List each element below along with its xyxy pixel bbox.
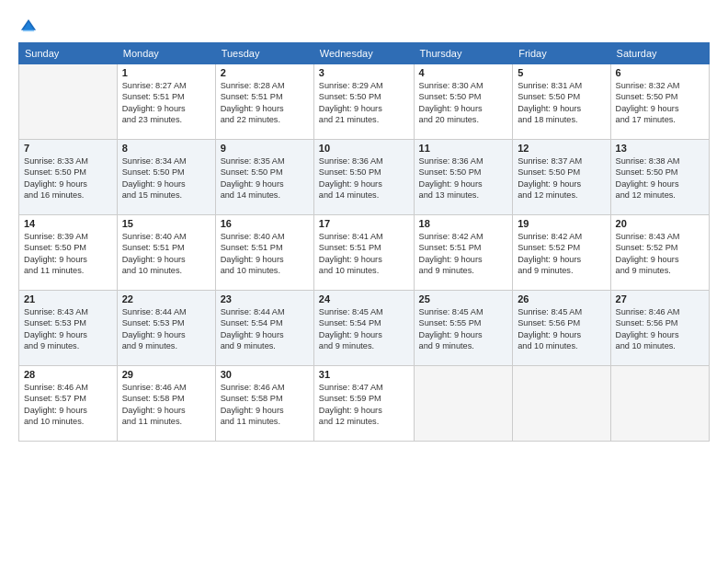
calendar-cell: 23Sunrise: 8:44 AMSunset: 5:54 PMDayligh… (215, 291, 313, 366)
calendar-cell: 5Sunrise: 8:31 AMSunset: 5:50 PMDaylight… (513, 64, 610, 140)
day-number: 27 (616, 293, 704, 304)
day-number: 12 (518, 143, 605, 154)
calendar-cell (610, 366, 709, 442)
calendar-cell: 14Sunrise: 8:39 AMSunset: 5:50 PMDayligh… (19, 215, 118, 291)
day-detail: Sunrise: 8:45 AMSunset: 5:56 PMDaylight:… (518, 306, 605, 352)
day-detail: Sunrise: 8:44 AMSunset: 5:53 PMDaylight:… (122, 306, 210, 352)
header (18, 17, 710, 37)
calendar-cell: 20Sunrise: 8:43 AMSunset: 5:52 PMDayligh… (610, 215, 709, 291)
calendar-cell (19, 64, 118, 140)
day-detail: Sunrise: 8:36 AMSunset: 5:50 PMDaylight:… (319, 155, 409, 201)
day-detail: Sunrise: 8:28 AMSunset: 5:51 PMDaylight:… (221, 80, 309, 126)
day-detail: Sunrise: 8:46 AMSunset: 5:56 PMDaylight:… (616, 306, 704, 352)
calendar-week-row: 28Sunrise: 8:46 AMSunset: 5:57 PMDayligh… (19, 366, 710, 442)
day-number: 20 (616, 218, 704, 229)
day-detail: Sunrise: 8:36 AMSunset: 5:50 PMDaylight:… (419, 155, 508, 201)
day-detail: Sunrise: 8:45 AMSunset: 5:55 PMDaylight:… (419, 306, 508, 352)
calendar-cell: 9Sunrise: 8:35 AMSunset: 5:50 PMDaylight… (215, 140, 313, 215)
calendar-cell: 18Sunrise: 8:42 AMSunset: 5:51 PMDayligh… (414, 215, 513, 291)
day-number: 9 (221, 143, 309, 154)
day-number: 21 (24, 293, 112, 304)
day-number: 24 (319, 293, 409, 304)
calendar-cell: 21Sunrise: 8:43 AMSunset: 5:53 PMDayligh… (19, 291, 118, 366)
calendar-cell: 22Sunrise: 8:44 AMSunset: 5:53 PMDayligh… (117, 291, 215, 366)
day-number: 7 (24, 143, 112, 154)
calendar-week-row: 14Sunrise: 8:39 AMSunset: 5:50 PMDayligh… (19, 215, 710, 291)
day-detail: Sunrise: 8:37 AMSunset: 5:50 PMDaylight:… (518, 155, 605, 201)
day-number: 18 (419, 218, 508, 229)
logo-icon (18, 17, 39, 37)
calendar-cell: 17Sunrise: 8:41 AMSunset: 5:51 PMDayligh… (313, 215, 414, 291)
day-header-wednesday: Wednesday (313, 43, 414, 64)
calendar-cell: 8Sunrise: 8:34 AMSunset: 5:50 PMDaylight… (117, 140, 215, 215)
day-number: 28 (24, 369, 112, 380)
day-detail: Sunrise: 8:46 AMSunset: 5:58 PMDaylight:… (221, 382, 309, 428)
calendar-cell: 25Sunrise: 8:45 AMSunset: 5:55 PMDayligh… (414, 291, 513, 366)
day-number: 15 (122, 218, 210, 229)
calendar-cell (513, 366, 610, 442)
day-detail: Sunrise: 8:42 AMSunset: 5:51 PMDaylight:… (419, 231, 508, 277)
day-detail: Sunrise: 8:29 AMSunset: 5:50 PMDaylight:… (319, 80, 409, 126)
calendar-cell: 26Sunrise: 8:45 AMSunset: 5:56 PMDayligh… (513, 291, 610, 366)
logo (18, 17, 42, 37)
day-detail: Sunrise: 8:46 AMSunset: 5:58 PMDaylight:… (122, 382, 210, 428)
day-detail: Sunrise: 8:45 AMSunset: 5:54 PMDaylight:… (319, 306, 409, 352)
day-detail: Sunrise: 8:34 AMSunset: 5:50 PMDaylight:… (122, 155, 210, 201)
calendar-cell: 3Sunrise: 8:29 AMSunset: 5:50 PMDaylight… (313, 64, 414, 140)
calendar-cell: 16Sunrise: 8:40 AMSunset: 5:51 PMDayligh… (215, 215, 313, 291)
calendar-week-row: 1Sunrise: 8:27 AMSunset: 5:51 PMDaylight… (19, 64, 710, 140)
day-header-saturday: Saturday (610, 43, 709, 64)
day-number: 30 (221, 369, 309, 380)
day-detail: Sunrise: 8:40 AMSunset: 5:51 PMDaylight:… (221, 231, 309, 277)
day-number: 10 (319, 143, 409, 154)
calendar-cell: 2Sunrise: 8:28 AMSunset: 5:51 PMDaylight… (215, 64, 313, 140)
day-number: 16 (221, 218, 309, 229)
calendar-cell: 11Sunrise: 8:36 AMSunset: 5:50 PMDayligh… (414, 140, 513, 215)
calendar-cell (414, 366, 513, 442)
day-detail: Sunrise: 8:27 AMSunset: 5:51 PMDaylight:… (122, 80, 210, 126)
calendar-cell: 12Sunrise: 8:37 AMSunset: 5:50 PMDayligh… (513, 140, 610, 215)
day-number: 11 (419, 143, 508, 154)
day-number: 3 (319, 67, 409, 78)
calendar-week-row: 21Sunrise: 8:43 AMSunset: 5:53 PMDayligh… (19, 291, 710, 366)
calendar-cell: 1Sunrise: 8:27 AMSunset: 5:51 PMDaylight… (117, 64, 215, 140)
calendar-cell: 6Sunrise: 8:32 AMSunset: 5:50 PMDaylight… (610, 64, 709, 140)
day-number: 29 (122, 369, 210, 380)
calendar-cell: 13Sunrise: 8:38 AMSunset: 5:50 PMDayligh… (610, 140, 709, 215)
day-number: 31 (319, 369, 409, 380)
calendar-cell: 29Sunrise: 8:46 AMSunset: 5:58 PMDayligh… (117, 366, 215, 442)
day-number: 23 (221, 293, 309, 304)
day-detail: Sunrise: 8:31 AMSunset: 5:50 PMDaylight:… (518, 80, 605, 126)
day-header-tuesday: Tuesday (215, 43, 313, 64)
page: SundayMondayTuesdayWednesdayThursdayFrid… (0, 0, 728, 563)
day-detail: Sunrise: 8:47 AMSunset: 5:59 PMDaylight:… (319, 382, 409, 428)
day-detail: Sunrise: 8:44 AMSunset: 5:54 PMDaylight:… (221, 306, 309, 352)
day-number: 6 (616, 67, 704, 78)
day-number: 13 (616, 143, 704, 154)
calendar-cell: 27Sunrise: 8:46 AMSunset: 5:56 PMDayligh… (610, 291, 709, 366)
calendar-cell: 4Sunrise: 8:30 AMSunset: 5:50 PMDaylight… (414, 64, 513, 140)
calendar-cell: 7Sunrise: 8:33 AMSunset: 5:50 PMDaylight… (19, 140, 118, 215)
day-detail: Sunrise: 8:40 AMSunset: 5:51 PMDaylight:… (122, 231, 210, 277)
day-number: 19 (518, 218, 605, 229)
day-detail: Sunrise: 8:38 AMSunset: 5:50 PMDaylight:… (616, 155, 704, 201)
day-detail: Sunrise: 8:41 AMSunset: 5:51 PMDaylight:… (319, 231, 409, 277)
day-number: 17 (319, 218, 409, 229)
calendar-week-row: 7Sunrise: 8:33 AMSunset: 5:50 PMDaylight… (19, 140, 710, 215)
day-header-thursday: Thursday (414, 43, 513, 64)
day-number: 2 (221, 67, 309, 78)
day-detail: Sunrise: 8:30 AMSunset: 5:50 PMDaylight:… (419, 80, 508, 126)
day-number: 26 (518, 293, 605, 304)
day-detail: Sunrise: 8:33 AMSunset: 5:50 PMDaylight:… (24, 155, 112, 201)
day-number: 4 (419, 67, 508, 78)
calendar-header-row: SundayMondayTuesdayWednesdayThursdayFrid… (19, 43, 710, 64)
day-detail: Sunrise: 8:35 AMSunset: 5:50 PMDaylight:… (221, 155, 309, 201)
day-detail: Sunrise: 8:32 AMSunset: 5:50 PMDaylight:… (616, 80, 704, 126)
day-detail: Sunrise: 8:46 AMSunset: 5:57 PMDaylight:… (24, 382, 112, 428)
day-detail: Sunrise: 8:39 AMSunset: 5:50 PMDaylight:… (24, 231, 112, 277)
day-detail: Sunrise: 8:42 AMSunset: 5:52 PMDaylight:… (518, 231, 605, 277)
calendar-cell: 24Sunrise: 8:45 AMSunset: 5:54 PMDayligh… (313, 291, 414, 366)
day-detail: Sunrise: 8:43 AMSunset: 5:53 PMDaylight:… (24, 306, 112, 352)
day-header-sunday: Sunday (19, 43, 118, 64)
day-detail: Sunrise: 8:43 AMSunset: 5:52 PMDaylight:… (616, 231, 704, 277)
